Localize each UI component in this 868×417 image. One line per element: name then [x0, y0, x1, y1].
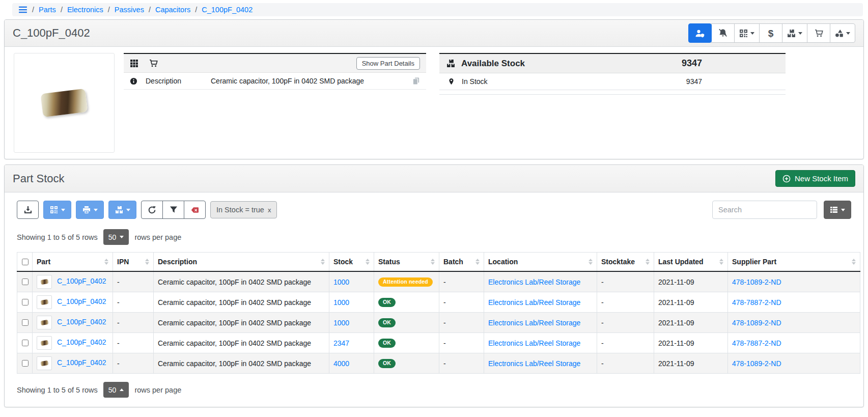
- boxes-icon: [446, 59, 455, 68]
- column-select-button[interactable]: [824, 201, 851, 219]
- available-stock-panel: Available Stock 9347 In Stock 9347: [439, 53, 786, 95]
- stock-link[interactable]: 2347: [333, 339, 349, 347]
- description-label: Description: [146, 77, 211, 85]
- page-size-dropdown[interactable]: 50: [103, 382, 129, 398]
- supplier-part-link[interactable]: 478-1089-2-ND: [732, 278, 781, 286]
- page-size-value: 50: [108, 233, 117, 241]
- status-badge: OK: [378, 339, 396, 348]
- location-link[interactable]: Electronics Lab/Reel Storage: [488, 339, 580, 347]
- search-input[interactable]: [712, 201, 817, 219]
- part-action-buttons: $: [688, 23, 855, 43]
- supplier-part-link[interactable]: 478-1089-2-ND: [732, 359, 781, 368]
- stock-link[interactable]: 1000: [333, 319, 349, 327]
- active-filter-chip[interactable]: In Stock = true x: [210, 201, 277, 218]
- chevron-down-icon: [841, 209, 845, 211]
- column-header-location[interactable]: Location: [484, 253, 597, 272]
- column-header-ipn[interactable]: IPN: [113, 253, 154, 272]
- filter-button[interactable]: [162, 201, 184, 219]
- available-stock-title: Available Stock: [461, 59, 525, 69]
- subscribe-button[interactable]: [688, 23, 712, 43]
- part-link[interactable]: C_100pF_0402: [57, 297, 106, 305]
- breadcrumb-link-capacitors[interactable]: Capacitors: [155, 6, 190, 14]
- part-image[interactable]: [14, 53, 115, 153]
- stocktake-cell: -: [597, 292, 654, 313]
- chevron-down-icon: [750, 32, 754, 35]
- column-header-last-updated[interactable]: Last Updated: [654, 253, 728, 272]
- location-link[interactable]: Electronics Lab/Reel Storage: [488, 359, 580, 368]
- column-header-description[interactable]: Description: [154, 253, 329, 272]
- row-checkbox[interactable]: [22, 360, 29, 367]
- barcode-actions-button[interactable]: [734, 23, 760, 43]
- column-header-status[interactable]: Status: [374, 253, 439, 272]
- supplier-part-link[interactable]: 478-1089-2-ND: [732, 319, 781, 327]
- notifications-button[interactable]: [711, 23, 735, 43]
- breadcrumb-link-parts[interactable]: Parts: [39, 6, 56, 14]
- sort-icon: [142, 259, 149, 265]
- location-link[interactable]: Electronics Lab/Reel Storage: [488, 298, 580, 307]
- batch-cell: -: [439, 313, 484, 333]
- part-stock-card: Part Stock New Stock Item: [4, 164, 864, 407]
- shapes-icon: [835, 29, 844, 38]
- supplier-part-link[interactable]: 478-7887-2-ND: [732, 298, 781, 307]
- status-badge: OK: [378, 359, 396, 368]
- supplier-part-link[interactable]: 478-7887-2-ND: [732, 339, 781, 347]
- row-checkbox[interactable]: [22, 340, 29, 346]
- page-size-dropdown[interactable]: 50: [103, 229, 129, 245]
- remove-filter-icon[interactable]: x: [268, 206, 271, 214]
- breadcrumb-link-electronics[interactable]: Electronics: [67, 6, 103, 14]
- order-part-button[interactable]: [807, 23, 830, 43]
- column-header-stock[interactable]: Stock: [329, 253, 374, 272]
- filter-chip-label: In Stock = true: [216, 206, 264, 214]
- location-link[interactable]: Electronics Lab/Reel Storage: [488, 278, 580, 286]
- select-all-checkbox[interactable]: [22, 259, 29, 265]
- download-button[interactable]: [17, 201, 39, 219]
- stock-link[interactable]: 1000: [333, 298, 349, 307]
- breadcrumb-separator: /: [195, 6, 197, 14]
- stock-options-dropdown-button[interactable]: [108, 201, 136, 219]
- qrcode-icon: [50, 206, 58, 214]
- refresh-icon: [148, 206, 156, 214]
- dollar-icon: $: [768, 29, 774, 38]
- sort-icon: [318, 259, 325, 265]
- copy-icon[interactable]: [412, 77, 420, 85]
- new-stock-item-label: New Stock Item: [795, 174, 848, 183]
- row-checkbox[interactable]: [22, 279, 29, 285]
- pricing-button[interactable]: $: [759, 23, 782, 43]
- filter-button-group: [141, 201, 206, 219]
- column-header-part[interactable]: Part: [33, 253, 113, 272]
- cart-icon: [149, 59, 158, 68]
- part-link[interactable]: C_100pF_0402: [57, 358, 106, 367]
- pagination-summary: Showing 1 to 5 of 5 rows: [17, 233, 98, 241]
- row-checkbox[interactable]: [22, 299, 29, 305]
- column-header-stocktake[interactable]: Stocktake: [597, 253, 654, 272]
- part-actions-button[interactable]: [830, 23, 855, 43]
- barcode-dropdown-button[interactable]: [43, 201, 71, 219]
- print-dropdown-button[interactable]: [76, 201, 104, 219]
- last-updated-cell: 2021-11-09: [654, 271, 728, 292]
- part-link[interactable]: C_100pF_0402: [57, 277, 106, 285]
- part-link[interactable]: C_100pF_0402: [57, 338, 106, 346]
- part-thumbnail: [37, 356, 52, 370]
- part-thumbnail: [37, 275, 52, 289]
- stock-actions-button[interactable]: [782, 23, 807, 43]
- breadcrumb-link-passives[interactable]: Passives: [115, 6, 144, 14]
- part-link[interactable]: C_100pF_0402: [57, 318, 106, 326]
- column-header-batch[interactable]: Batch: [439, 253, 484, 272]
- stock-link[interactable]: 1000: [333, 278, 349, 286]
- breadcrumb: / Parts / Electronics / Passives / Capac…: [12, 3, 863, 16]
- refresh-button[interactable]: [141, 201, 163, 219]
- location-link[interactable]: Electronics Lab/Reel Storage: [488, 319, 580, 327]
- sort-icon: [585, 259, 593, 265]
- ipn-cell: -: [113, 313, 154, 333]
- breadcrumb-link-current-part[interactable]: C_100pF_0402: [202, 6, 253, 14]
- row-checkbox[interactable]: [22, 319, 29, 326]
- batch-cell: -: [439, 353, 484, 374]
- stock-link[interactable]: 4000: [333, 359, 349, 368]
- new-stock-item-button[interactable]: New Stock Item: [775, 170, 855, 187]
- menu-icon[interactable]: [18, 5, 27, 14]
- show-part-details-button[interactable]: Show Part Details: [356, 57, 420, 70]
- clear-filters-button[interactable]: [184, 201, 206, 219]
- part-detail-card: C_100pF_0402 $: [4, 19, 864, 159]
- chevron-down-icon: [798, 32, 802, 35]
- column-header-supplier-part[interactable]: Supplier Part: [728, 253, 860, 272]
